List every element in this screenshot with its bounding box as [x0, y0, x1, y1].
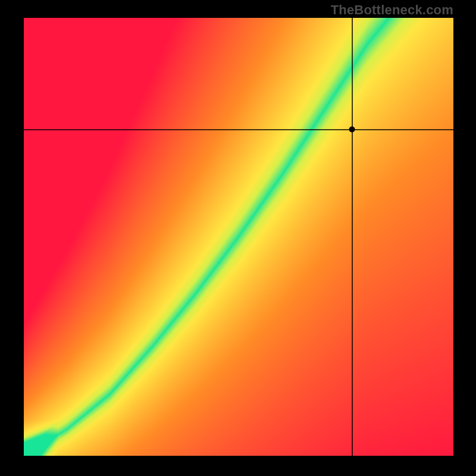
heatmap-canvas [24, 18, 453, 456]
chart-frame: TheBottleneck.com [0, 0, 476, 476]
watermark-text: TheBottleneck.com [331, 2, 453, 18]
